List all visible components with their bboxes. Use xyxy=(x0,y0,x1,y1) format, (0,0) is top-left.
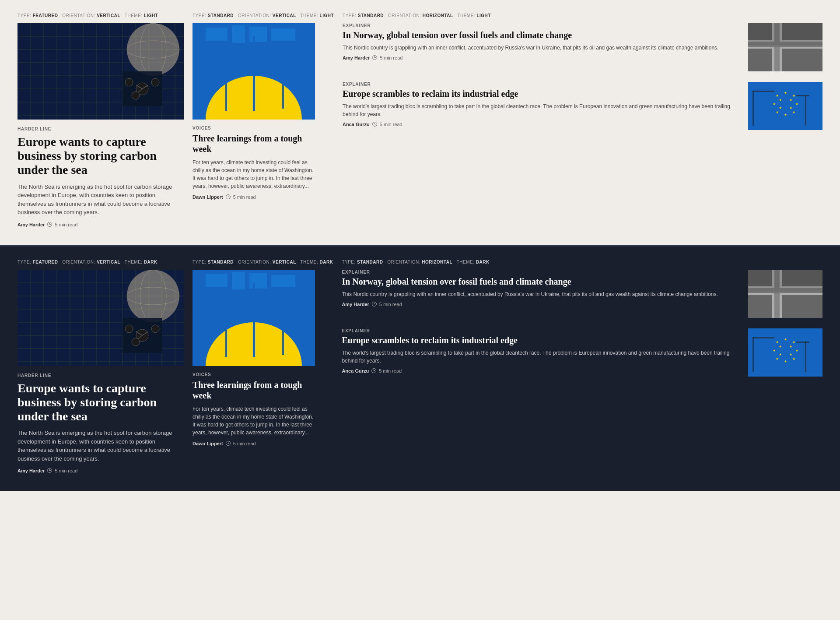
svg-text:★: ★ xyxy=(784,359,787,363)
svg-point-20 xyxy=(127,23,179,76)
svg-text:★: ★ xyxy=(784,338,787,342)
clock-icon-2 xyxy=(226,194,231,199)
standard-v-card-tag-dark: VOICES xyxy=(192,372,315,377)
europe-card-thumb: ★ ★ ★ ★ ★ ★ ★ ★ ★ ★ ★ ★ xyxy=(748,82,822,130)
svg-rect-73 xyxy=(796,95,809,96)
svg-text:★: ★ xyxy=(776,340,779,344)
svg-text:★: ★ xyxy=(779,345,782,349)
europe-card-author: Anca Gurzu xyxy=(343,122,370,127)
featured-card-dark[interactable]: HARDER LINE Europe wants to capture busi… xyxy=(18,270,184,474)
standard-v-card-author: Dawn Lippert xyxy=(192,194,223,200)
type-label-standard-v-dark: TYPE: STANDARD ORIENTATION: VERTICAL THE… xyxy=(192,260,333,264)
featured-card-image-dark xyxy=(18,270,184,366)
svg-rect-109 xyxy=(249,273,267,289)
norway-card-tag: EXPLAINER xyxy=(343,23,741,28)
featured-vertical-col: TYPE: FEATURED ORIENTATION: VERTICAL THE… xyxy=(18,13,184,227)
featured-card-readtime-dark: 5 min read xyxy=(55,468,77,473)
horizontal-card-norway[interactable]: EXPLAINER In Norway, global tension over… xyxy=(343,23,822,71)
europe-card-title-dark[interactable]: Europe scrambles to reclaim its industri… xyxy=(342,335,741,345)
svg-rect-145 xyxy=(805,342,806,372)
svg-rect-71 xyxy=(752,91,774,92)
svg-rect-33 xyxy=(206,28,228,41)
svg-rect-57 xyxy=(748,82,822,130)
norway-card-readtime-dark: 5 min read xyxy=(379,302,402,307)
svg-text:★: ★ xyxy=(776,357,779,361)
type-label-featured-dark: TYPE: FEATURED ORIENTATION: VERTICAL THE… xyxy=(18,260,184,264)
type-label-standard-h-dark: TYPE: STANDARD ORIENTATION: HORIZONTAL T… xyxy=(342,260,822,264)
type-label-standard-v: TYPE: STANDARD ORIENTATION: VERTICAL THE… xyxy=(192,13,334,18)
svg-text:★: ★ xyxy=(779,106,782,110)
standard-v-card-dark[interactable]: VOICES Three learnings from a tough week… xyxy=(192,270,315,446)
svg-text:★: ★ xyxy=(784,91,787,95)
standard-v-card-desc-dark: For ten years, climate tech investing co… xyxy=(192,405,315,437)
svg-text:★: ★ xyxy=(795,349,798,352)
featured-card-body-dark: HARDER LINE Europe wants to capture busi… xyxy=(18,366,184,474)
svg-text:★: ★ xyxy=(779,352,782,356)
svg-point-100 xyxy=(151,325,159,333)
horizontal-card-norway-dark[interactable]: EXPLAINER In Norway, global tension over… xyxy=(342,270,822,318)
europe-card-body-dark: EXPLAINER Europe scrambles to reclaim it… xyxy=(342,328,741,373)
featured-card-desc-dark: The North Sea is emerging as the hot spo… xyxy=(18,429,184,463)
svg-text:★: ★ xyxy=(792,110,795,114)
norway-card-body-dark: EXPLAINER In Norway, global tension over… xyxy=(342,270,741,307)
standard-vertical-col-dark: TYPE: STANDARD ORIENTATION: VERTICAL THE… xyxy=(192,260,333,446)
standard-vertical-col: TYPE: STANDARD ORIENTATION: VERTICAL THE… xyxy=(192,13,334,200)
norway-card-thumb-dark xyxy=(748,270,822,318)
standard-v-card[interactable]: VOICES Three learnings from a tough week… xyxy=(192,23,315,200)
norway-card-meta-dark: Amy Harder 5 min read xyxy=(342,302,741,307)
svg-point-26 xyxy=(151,78,159,86)
standard-v-card-image-dark xyxy=(192,270,315,366)
svg-rect-34 xyxy=(232,25,245,43)
standard-v-card-desc: For ten years, climate tech investing co… xyxy=(192,159,315,190)
norway-card-meta: Amy Harder 5 min read xyxy=(343,55,741,60)
norway-card-title-dark[interactable]: In Norway, global tension over fossil fu… xyxy=(342,276,741,287)
standard-v-card-meta-dark: Dawn Lippert 5 min read xyxy=(192,441,315,446)
standard-v-card-tag: VOICES xyxy=(192,126,315,130)
featured-card-author-dark: Amy Harder xyxy=(18,468,45,473)
svg-rect-144 xyxy=(752,337,774,338)
norway-card-author: Amy Harder xyxy=(343,55,370,60)
clock-icon-8 xyxy=(371,368,376,373)
clock-icon-4 xyxy=(372,122,377,127)
norway-card-title[interactable]: In Norway, global tension over fossil fu… xyxy=(343,30,741,40)
svg-rect-143 xyxy=(752,337,754,372)
svg-text:★: ★ xyxy=(792,94,795,98)
standard-v-card-image xyxy=(192,23,315,120)
featured-card-image xyxy=(18,23,184,120)
standard-v-card-body-dark: VOICES Three learnings from a tough week… xyxy=(192,366,315,446)
norway-card-desc: This Nordic country is grappling with an… xyxy=(343,44,741,52)
standard-v-card-title[interactable]: Three learnings from a tough week xyxy=(192,133,315,154)
standard-v-card-meta: Dawn Lippert 5 min read xyxy=(192,194,315,200)
svg-rect-130 xyxy=(748,328,822,377)
featured-card-tag: HARDER LINE xyxy=(18,127,184,131)
clock-icon xyxy=(47,222,52,227)
standard-v-card-title-dark[interactable]: Three learnings from a tough week xyxy=(192,380,315,401)
europe-card-body: EXPLAINER Europe scrambles to reclaim it… xyxy=(343,82,741,127)
svg-rect-128 xyxy=(748,270,822,292)
type-label-featured: TYPE: FEATURED ORIENTATION: VERTICAL THE… xyxy=(18,13,184,18)
norway-card-thumb xyxy=(748,23,822,71)
section-light: TYPE: FEATURED ORIENTATION: VERTICAL THE… xyxy=(0,0,840,245)
norway-card-tag-dark: EXPLAINER xyxy=(342,270,741,275)
svg-rect-35 xyxy=(249,27,267,42)
europe-card-meta: Anca Gurzu 5 min read xyxy=(343,122,741,127)
featured-vertical-col-dark: TYPE: FEATURED ORIENTATION: VERTICAL THE… xyxy=(18,260,184,474)
norway-card-author-dark: Amy Harder xyxy=(342,302,369,307)
svg-text:★: ★ xyxy=(776,110,779,114)
clock-icon-7 xyxy=(372,302,377,306)
featured-card-title[interactable]: Europe wants to capture business by stor… xyxy=(18,135,184,177)
svg-text:★: ★ xyxy=(792,357,795,361)
svg-point-25 xyxy=(125,78,133,86)
europe-card-title[interactable]: Europe scrambles to reclaim its industri… xyxy=(343,88,741,99)
svg-point-27 xyxy=(132,92,140,99)
standard-v-card-readtime: 5 min read xyxy=(233,194,256,200)
horizontal-card-europe-dark[interactable]: EXPLAINER Europe scrambles to reclaim it… xyxy=(342,328,822,377)
svg-rect-129 xyxy=(748,294,822,318)
featured-card-title-dark[interactable]: Europe wants to capture business by stor… xyxy=(18,381,184,424)
featured-card-body: HARDER LINE Europe wants to capture busi… xyxy=(18,120,184,227)
featured-card-meta: Amy Harder 5 min read xyxy=(18,222,184,227)
standard-v-card-readtime-dark: 5 min read xyxy=(233,441,256,446)
horizontal-card-europe[interactable]: EXPLAINER Europe scrambles to reclaim it… xyxy=(343,82,822,130)
clock-icon-6 xyxy=(226,441,231,446)
featured-card[interactable]: HARDER LINE Europe wants to capture busi… xyxy=(18,23,184,227)
